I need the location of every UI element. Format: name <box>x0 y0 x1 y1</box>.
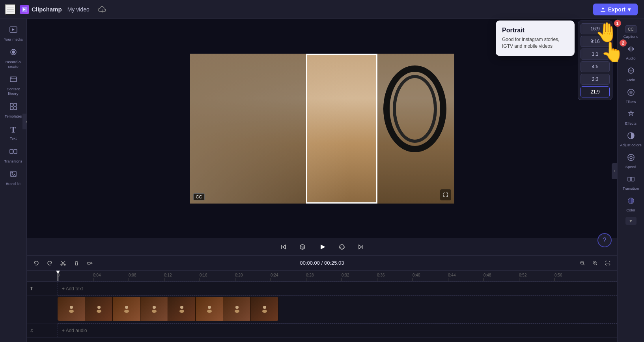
audio-track-label: ♫ <box>27 328 58 333</box>
zoom-out-button[interactable] <box>577 258 588 269</box>
sidebar-item-transitions[interactable]: Transitions <box>1 144 26 166</box>
sidebar-item-record-create[interactable]: Record & create <box>1 45 26 72</box>
clipchamp-logo-icon <box>20 5 29 14</box>
templates-label: Templates <box>5 114 22 118</box>
fullscreen-button[interactable] <box>440 189 451 200</box>
fade-icon <box>627 67 635 77</box>
right-tool-filters[interactable]: Filters <box>618 85 644 107</box>
right-panel-collapse-button[interactable]: ‹ <box>612 163 617 179</box>
svg-text:+10: +10 <box>339 246 345 249</box>
right-tool-color[interactable]: Color <box>618 194 644 215</box>
audio-label: Audio <box>626 56 635 60</box>
portrait-tooltip-title: Portrait <box>502 27 568 34</box>
hamburger-menu-button[interactable] <box>5 4 16 15</box>
templates-icon <box>9 102 18 113</box>
svg-rect-11 <box>11 171 16 177</box>
svg-point-26 <box>125 306 128 309</box>
clip-frame-3 <box>113 297 140 321</box>
logo-area: Clipchamp <box>20 5 62 14</box>
right-tool-transition[interactable]: Transition <box>618 172 644 194</box>
adjust-colors-label: Adjust colors <box>620 143 641 147</box>
brand-kit-icon <box>9 170 18 180</box>
preview-canvas: CC <box>190 54 454 204</box>
aspect-2-3-button[interactable]: 2:3 <box>581 74 610 85</box>
playback-controls: -10 +10 <box>27 238 617 255</box>
ruler-mark-16: 0:16 <box>200 273 235 281</box>
right-tool-adjust-colors[interactable]: Adjust colors <box>618 129 644 150</box>
svg-point-37 <box>262 310 267 313</box>
clip-frame-4 <box>140 297 168 321</box>
timeline-toolbar: 00:00.00 / 00:25.03 <box>27 256 617 271</box>
aspect-9-16-button[interactable]: 9:16 <box>581 36 610 47</box>
effects-label: Effects <box>625 121 637 125</box>
cut-button[interactable] <box>58 258 69 269</box>
brand-kit-label: Brand kit <box>6 181 21 186</box>
center-area: CC -10 <box>27 19 617 342</box>
captions-badge[interactable]: CC <box>193 193 205 200</box>
undo-button[interactable] <box>31 258 42 269</box>
record-icon <box>9 48 18 58</box>
top-bar: Clipchamp My video Export ▾ <box>0 0 644 19</box>
ruler-mark-40: 0:40 <box>413 273 448 281</box>
aspect-1-1-button[interactable]: 1:1 <box>581 49 610 60</box>
help-button[interactable]: ? <box>597 233 612 247</box>
right-sidebar: CC Captions Audio Fade <box>617 19 644 342</box>
export-button[interactable]: Export ▾ <box>593 4 638 15</box>
video-track-content[interactable] <box>58 297 617 322</box>
transitions-icon <box>9 147 18 158</box>
fade-label: Fade <box>627 78 635 82</box>
filters-icon <box>627 88 635 98</box>
svg-point-24 <box>97 306 101 309</box>
color-label: Color <box>626 208 635 212</box>
content-library-icon <box>9 75 18 86</box>
add-text-button[interactable]: + Add text <box>58 282 617 295</box>
transition-icon <box>627 175 635 185</box>
aspect-21-9-button[interactable]: 21:9 <box>581 86 610 97</box>
aspect-4-5-button[interactable]: 4:5 <box>581 61 610 72</box>
ruler-mark-20: 0:20 <box>235 273 271 281</box>
ruler-marks: 0 0:04 0:08 0:12 0:16 0:20 0:24 0:28 0:3… <box>58 271 590 281</box>
sidebar-item-your-media[interactable]: Your media <box>1 22 26 45</box>
main-layout: Your media Record & create Content libra… <box>0 19 644 342</box>
right-tool-captions[interactable]: CC Captions <box>618 22 644 42</box>
rewind-button[interactable]: -10 <box>296 241 309 253</box>
fit-timeline-button[interactable] <box>602 258 613 269</box>
forward-button[interactable]: +10 <box>336 241 348 253</box>
clip-frame-8 <box>251 297 278 321</box>
redo-button[interactable] <box>44 258 55 269</box>
right-tool-speed[interactable]: Speed <box>618 150 644 172</box>
add-audio-button[interactable]: + Add audio <box>58 323 617 337</box>
export-dropdown-icon: ▾ <box>628 6 631 13</box>
svg-rect-10 <box>14 150 17 153</box>
right-tool-fade[interactable]: Fade <box>618 64 644 85</box>
right-tool-effects[interactable]: Effects <box>618 107 644 129</box>
svg-point-3 <box>12 50 15 54</box>
sidebar-item-brand-kit[interactable]: Brand kit <box>1 166 26 189</box>
video-clip[interactable] <box>58 297 278 321</box>
svg-rect-4 <box>10 77 17 82</box>
right-sidebar-collapse-arrow[interactable]: ▼ <box>625 217 637 225</box>
clip-frame-5 <box>168 297 196 321</box>
timeline-area: 00:00.00 / 00:25.03 <box>27 255 617 342</box>
portrait-tooltip: Portrait Good for Instagram stories, IGT… <box>496 21 575 56</box>
play-button[interactable] <box>315 240 329 254</box>
aspect-16-9-button[interactable]: 16:9 <box>581 23 610 34</box>
video-title[interactable]: My video <box>67 6 90 13</box>
skip-to-end-button[interactable] <box>355 241 367 253</box>
svg-text:-10: -10 <box>300 246 305 249</box>
ruler-mark-24: 0:24 <box>271 273 306 281</box>
sidebar-item-text[interactable]: T Text <box>1 121 26 144</box>
detach-audio-button[interactable] <box>84 258 95 269</box>
app-name: Clipchamp <box>32 6 62 13</box>
sidebar-item-content-library[interactable]: Content library <box>1 72 26 99</box>
clip-frame-1 <box>58 297 85 321</box>
sidebar-item-templates[interactable]: Templates <box>1 99 26 121</box>
skip-to-start-button[interactable] <box>277 241 290 253</box>
right-tool-audio[interactable]: Audio <box>618 42 644 64</box>
svg-rect-45 <box>631 177 634 181</box>
zoom-in-button[interactable] <box>590 258 601 269</box>
delete-button[interactable] <box>71 258 82 269</box>
hamburger-line <box>7 7 14 7</box>
portrait-crop-overlay <box>306 54 377 204</box>
timeline-timecode: 00:00.00 / 00:25.03 <box>300 260 344 266</box>
